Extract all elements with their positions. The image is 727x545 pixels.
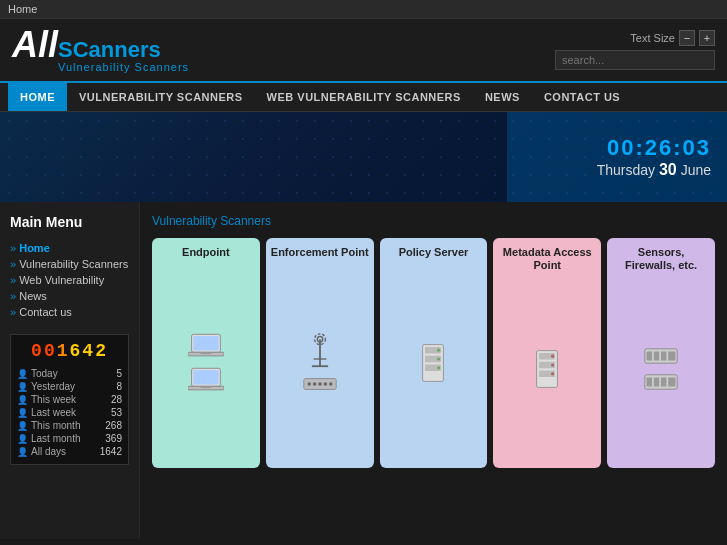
svg-point-18 — [329, 382, 333, 386]
svg-point-32 — [551, 372, 554, 375]
sidebar-title: Main Menu — [10, 214, 129, 230]
server-icon-metadata — [531, 349, 563, 389]
person-icon-lastweek: 👤 — [17, 408, 28, 418]
stat-last-week: 👤 Last week 53 — [17, 406, 122, 419]
svg-point-16 — [318, 382, 322, 386]
stat-today-value: 5 — [116, 368, 122, 379]
logo: All SCanners Vulnerability Scanners — [12, 27, 189, 73]
switch-icon-3 — [643, 372, 679, 392]
node-policy: Policy Server — [380, 238, 488, 468]
hero-date-num: 30 — [659, 161, 677, 178]
hero-month: June — [681, 162, 711, 178]
sidebar-item-news[interactable]: News — [10, 288, 129, 304]
hero-date: Thursday 30 June — [597, 161, 711, 179]
svg-point-25 — [437, 366, 440, 369]
sidebar-item-home[interactable]: Home — [10, 240, 129, 256]
header-controls: Text Size − + — [555, 30, 715, 70]
person-icon-thisweek: 👤 — [17, 395, 28, 405]
nav-item-news[interactable]: NEWS — [473, 83, 532, 111]
node-endpoint-icons — [188, 265, 224, 460]
stat-alldays-value: 1642 — [100, 446, 122, 457]
svg-rect-5 — [193, 370, 218, 384]
server-icon-policy — [417, 343, 449, 383]
sidebar-link-home[interactable]: Home — [19, 242, 50, 254]
stat-lastmonth-label: Last month — [31, 433, 102, 444]
stat-all-days: 👤 All days 1642 — [17, 445, 122, 458]
stat-this-week: 👤 This week 28 — [17, 393, 122, 406]
stat-last-month: 👤 Last month 369 — [17, 432, 122, 445]
content-title: Vulnerability Scanners — [152, 214, 715, 228]
svg-rect-36 — [661, 352, 666, 361]
node-enforcement: Enforcement Point — [266, 238, 374, 468]
sidebar: Main Menu Home Vulnerability Scanners We… — [0, 202, 140, 539]
sidebar-item-web-vuln[interactable]: Web Vulnerability — [10, 272, 129, 288]
node-policy-icons — [417, 265, 449, 460]
svg-point-15 — [312, 382, 316, 386]
logo-all: All — [12, 27, 58, 63]
person-icon-yesterday: 👤 — [17, 382, 28, 392]
text-size-plus-button[interactable]: + — [699, 30, 715, 46]
stat-today-label: Today — [31, 368, 113, 379]
node-endpoint: Endpoint — [152, 238, 260, 468]
network-diagram: Endpoint — [152, 238, 715, 468]
hero-day: Thursday — [597, 162, 655, 178]
node-sensors-icons — [643, 278, 679, 460]
sidebar-link-vuln-scanners[interactable]: Vulnerability Scanners — [19, 258, 128, 270]
person-icon-today: 👤 — [17, 369, 28, 379]
stat-yesterday: 👤 Yesterday 8 — [17, 380, 122, 393]
svg-point-17 — [323, 382, 327, 386]
svg-rect-40 — [654, 378, 659, 387]
node-enforcement-icons — [302, 265, 338, 460]
svg-point-23 — [437, 348, 440, 351]
nav-item-home[interactable]: HOME — [8, 83, 67, 111]
person-icon-thismonth: 👤 — [17, 421, 28, 431]
breadcrumb: Home — [0, 0, 727, 19]
stat-lastweek-value: 53 — [111, 407, 122, 418]
nav-item-contact[interactable]: CONTACT US — [532, 83, 632, 111]
sidebar-item-contact[interactable]: Contact us — [10, 304, 129, 320]
main-content: Main Menu Home Vulnerability Scanners We… — [0, 202, 727, 539]
hero-banner: 00:26:03 Thursday 30 June — [0, 112, 727, 202]
counter-number: 001642 — [17, 341, 122, 361]
switch-icon-2 — [643, 346, 679, 366]
sidebar-item-vuln-scanners[interactable]: Vulnerability Scanners — [10, 256, 129, 272]
stat-today: 👤 Today 5 — [17, 367, 122, 380]
svg-rect-34 — [647, 352, 652, 361]
svg-point-14 — [307, 382, 311, 386]
sidebar-link-news[interactable]: News — [19, 290, 47, 302]
sidebar-link-contact[interactable]: Contact us — [19, 306, 72, 318]
text-size-minus-button[interactable]: − — [679, 30, 695, 46]
svg-rect-41 — [661, 378, 666, 387]
stat-thismonth-label: This month — [31, 420, 102, 431]
stat-thismonth-value: 268 — [105, 420, 122, 431]
laptop-icon-2 — [188, 366, 224, 394]
nav-item-web-vulnerability[interactable]: WEB VULNERABILITY SCANNERS — [255, 83, 473, 111]
text-size-label: Text Size — [630, 32, 675, 44]
stat-lastweek-label: Last week — [31, 407, 108, 418]
node-sensors-title: Sensors, Firewalls, etc. — [612, 246, 710, 272]
sidebar-menu: Home Vulnerability Scanners Web Vulnerab… — [10, 240, 129, 320]
node-policy-title: Policy Server — [399, 246, 469, 259]
switch-icon-1 — [302, 374, 338, 394]
svg-point-31 — [551, 364, 554, 367]
svg-rect-7 — [200, 386, 211, 388]
visitor-counter: 001642 👤 Today 5 👤 Yesterday 8 👤 This we… — [10, 334, 129, 465]
sidebar-link-web-vuln[interactable]: Web Vulnerability — [19, 274, 104, 286]
stat-thisweek-value: 28 — [111, 394, 122, 405]
stat-this-month: 👤 This month 268 — [17, 419, 122, 432]
node-metadata-title: Metadata Access Point — [498, 246, 596, 272]
stat-thisweek-label: This week — [31, 394, 108, 405]
svg-rect-37 — [668, 352, 675, 361]
person-icon-alldays: 👤 — [17, 447, 28, 457]
stat-alldays-label: All days — [31, 446, 97, 457]
nav-item-vulnerability-scanners[interactable]: VULNERABILITY SCANNERS — [67, 83, 255, 111]
logo-scanners-text: SCanners — [58, 39, 189, 61]
content-area: Vulnerability Scanners Endpoint — [140, 202, 727, 539]
logo-subtitle: Vulnerability Scanners — [58, 61, 189, 73]
search-input[interactable] — [555, 50, 715, 70]
main-nav: HOME VULNERABILITY SCANNERS WEB VULNERAB… — [0, 83, 727, 112]
person-icon-lastmonth: 👤 — [17, 434, 28, 444]
svg-rect-42 — [668, 378, 675, 387]
svg-rect-1 — [193, 336, 218, 350]
logo-scanners-block: SCanners Vulnerability Scanners — [58, 39, 189, 73]
